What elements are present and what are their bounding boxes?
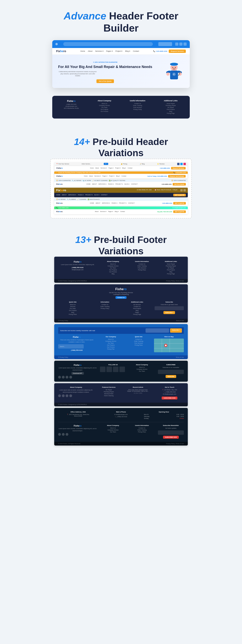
footer-v4-download[interactable]: Download APP — [71, 372, 84, 374]
svg-point-19 — [165, 345, 167, 346]
footer-v5-content: About Company Lorem ipsum dolor sit amet… — [54, 383, 188, 402]
header-v4-nav-links: HOME ABOUT SERVICES ▾ PAGES ▾ PROJECT ▾ … — [56, 194, 107, 196]
v5-social-4[interactable] — [69, 394, 72, 397]
footer-col-info: Useful Information Contact Us Order Trac… — [123, 100, 153, 114]
v5-phone: +123-4669-1234 — [162, 202, 172, 204]
social-fb — [177, 163, 180, 165]
social-grid-2[interactable] — [106, 366, 112, 372]
footer-v4-sub-input[interactable] — [158, 370, 184, 374]
footer-v3-c-3: Our Team — [98, 342, 123, 344]
v6-social-2[interactable] — [62, 433, 65, 436]
dark-footer-mockup: Fixhero (+888) 333-5102 info@example.com… — [52, 96, 190, 118]
footer-v6-sub-input[interactable] — [158, 430, 184, 435]
footer-v2-sub-input[interactable] — [155, 306, 184, 310]
social-grid-4[interactable] — [119, 366, 125, 372]
footer-phone: (+888) 333-5102 — [56, 104, 86, 105]
header-v3-phone: +123-4669-1234 — [162, 184, 172, 185]
header-v6-nav-links: About Services ▾ Pages ▾ Blog ▾ Contact — [95, 211, 125, 212]
header-v3-announce: 🏆 100% GUARANTEE 🔧 AC REPAIR 🔩 AC WORK 🧹… — [54, 180, 188, 182]
topbar-enter: Enter Service... — [82, 163, 91, 164]
footer-v5-col1: About Company Lorem ipsum dolor sit amet… — [58, 386, 94, 400]
header-v5-nav: Fixhero HOME ABOUT SERVICES ▾ PAGES ▾ PR… — [54, 201, 188, 206]
footer-v2-about-btn[interactable]: Contact Us — [115, 296, 127, 299]
footer-v3-copyright: © Privacy Policy — [58, 356, 68, 358]
footer-v5-ct-1: 📍 123 Street, City, USA — [155, 389, 184, 391]
nav-v4-services: SERVICES ▾ — [68, 194, 76, 196]
header-v6-right: Say (Hi) +333-333-1234 GET A QUOTE — [157, 210, 186, 213]
footer-v4-sub-btn[interactable]: Subscribe — [166, 375, 176, 378]
v5-social-3[interactable] — [66, 394, 68, 397]
footer-col-about: About Company About Us Company Service O… — [89, 100, 120, 114]
ticker-right: 📞 +123-4669-1234 — [173, 172, 186, 174]
header-v3-nav-links: HOME ABOUT SERVICES ▾ PAGES ▾ PROJECT ▾ … — [86, 184, 138, 185]
nav-v2-project: Project ▾ — [109, 175, 114, 177]
footer-v5-f-1: AC Repair — [97, 389, 120, 390]
v5-social-1[interactable] — [58, 394, 61, 397]
footer-v2-ql-3: Our Team — [58, 308, 87, 309]
nav-v1-about: About — [95, 167, 99, 169]
svg-rect-13 — [154, 338, 184, 352]
nav-v5-project: PROJECT ▾ — [119, 202, 127, 204]
footer-links-title: Additional Links — [156, 100, 186, 102]
v4-socials — [180, 189, 186, 192]
v6-social-3[interactable] — [66, 433, 68, 436]
footer-variant-1: Fixhero Lorem ipsum dolor sit amet, cons… — [54, 257, 188, 283]
v6-social-1[interactable] — [58, 433, 61, 436]
footer-v2-al-3: Find Projects — [123, 308, 152, 309]
website-hero-area: ✦ 100% SATISFACTION GUARANTEE For All Yo… — [52, 55, 190, 88]
footer-v2-ql-2: Services — [58, 306, 87, 307]
social-dot-1[interactable] — [58, 376, 61, 378]
footer-v2-addlinks-title: Additional Links — [123, 301, 152, 303]
topbar-search-btn[interactable]: 🔍 — [104, 163, 108, 165]
footer-v6-i-2: Order Tracking — [129, 429, 155, 431]
footer-v1-copyright: © 2024 Fixhero. Designed by SLTECHWORLD — [58, 280, 87, 282]
nav-v6-services: Services ▾ — [100, 211, 106, 212]
footer-v6-hours-1: Mon-Fri8:00 - 20:00 — [144, 414, 184, 415]
footer-v1-about-5: Our Process — [100, 271, 126, 272]
footer-v3-search[interactable]: Search... — [58, 344, 84, 348]
footer-about-4: Our Projects — [89, 109, 120, 110]
footer-v3-logo: Fixhero — [58, 336, 95, 338]
footer-v5-cta-btn[interactable]: SUBSCRIBE NOW — [162, 396, 177, 400]
footer-v2-logo: Fixhero — [58, 288, 184, 291]
footer-v5-copyright: © 2024 Fixhero. Designed by SLTECHWORLD — [58, 404, 87, 405]
header-v6-cta[interactable]: GET A QUOTE — [173, 210, 186, 213]
nav-v3-contact: CONTACT — [131, 184, 138, 185]
social-dot-4[interactable] — [69, 376, 72, 378]
v5-social-2[interactable] — [62, 394, 65, 397]
footer-v2-sub-btn[interactable]: Subscribe » — [163, 311, 175, 314]
footer-info-2: Order Tracking — [123, 105, 153, 106]
header-v1-cta[interactable]: Request Services — [171, 167, 186, 170]
nav-v5-pages: PAGES ▾ — [111, 202, 117, 204]
nav-v1-home: Home — [90, 167, 94, 169]
social-dot-2[interactable] — [62, 376, 65, 378]
footer-v3-subscribe-bar: Subscribe and receive weekly newsletter … — [58, 327, 184, 334]
footer-v4-followus: FOLLOW US — [100, 364, 126, 366]
footer-v6-addr-1: 📍 2872 Westheimer Rd. Santa Ana,Illinois… — [58, 414, 98, 417]
footer-v6-links: Privacy Policy | Terms of Use — [166, 443, 184, 444]
footer-v3-sub-btn[interactable]: Subscribe » — [170, 328, 182, 333]
social-grid-1[interactable] — [100, 366, 105, 372]
website-hero-button[interactable]: Get a Free Quote — [96, 79, 114, 83]
footer-v1-links-6: Pricing Page — [158, 273, 184, 274]
header-v6-nav: Fixhero About Services ▾ Pages ▾ Blog ▾ … — [54, 209, 188, 214]
footer-v3-q-3: Free Services — [126, 342, 151, 344]
header-v4-cta[interactable]: GET A QUOTE — [173, 194, 186, 196]
footer-v6-sub-btn[interactable]: SUBSCRIBE NOW — [163, 436, 179, 439]
header-v4-nav: HOME ABOUT SERVICES ▾ PAGES ▾ PROJECT ▾ … — [54, 193, 188, 197]
header-v2-cta[interactable]: Request Job Estimate — [168, 175, 186, 178]
nav-pages: Pages ▾ — [106, 50, 113, 52]
headers-section-title: 14+ Pre-build Header Variations — [74, 136, 168, 159]
footer-v1-col1: Fixhero Lorem ipsum dolor sit amet, cons… — [58, 260, 97, 275]
footer-v3-sub-inputs: Subscribe » — [146, 328, 182, 333]
social-dot-3[interactable] — [66, 376, 68, 378]
footer-v6-about-title: About Company — [100, 424, 126, 426]
header-v3-cta[interactable]: Get Free Quote — [173, 183, 186, 186]
footer-v6-col2: About Company About Us Company Service O… — [100, 424, 126, 439]
footer-v4-desc: Lorem ipsum dolor sit amet, consectetur … — [58, 367, 97, 371]
website-cta-button[interactable]: Request Services — [169, 50, 186, 53]
header-v5-bar: 🏆 AC REPAIR 🔧 PLUMBING 🧹 CLEANING ✅ MAIN… — [54, 198, 188, 201]
header-v5-cta[interactable]: GET A QUOTE — [173, 202, 186, 204]
social-grid-3[interactable] — [113, 366, 118, 372]
footer-v3-email-input[interactable] — [146, 328, 169, 333]
